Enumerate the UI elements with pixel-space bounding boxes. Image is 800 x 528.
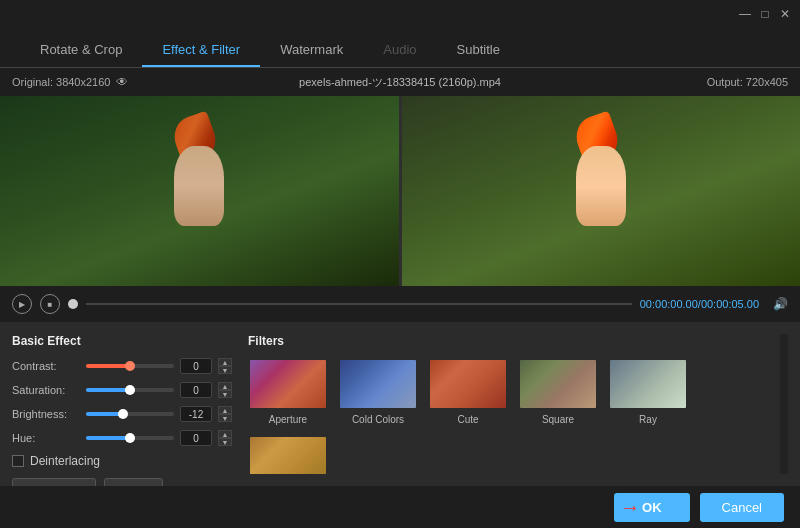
playback-bar: ▶ ■ 00:00:00.00/00:00:05.00 🔊: [0, 286, 800, 322]
hue-row: Hue: 0 ▲ ▼: [12, 430, 232, 446]
filter-ray-scene: [610, 360, 686, 408]
filter-square-thumb: [518, 358, 598, 410]
original-resolution: Original: 3840x2160: [12, 76, 110, 88]
filter-aperture[interactable]: Aperture: [248, 358, 328, 425]
filter-second-thumb: [248, 435, 328, 474]
filters-grid: Aperture Cold Colors Cute: [248, 358, 764, 474]
filter-aperture-scene: [250, 360, 326, 408]
tab-subtitle[interactable]: Subtitle: [437, 34, 520, 67]
deinterlacing-label: Deinterlacing: [30, 454, 100, 468]
filter-cute[interactable]: Cute: [428, 358, 508, 425]
brightness-thumb[interactable]: [118, 409, 128, 419]
hue-label: Hue:: [12, 432, 80, 444]
reset-button[interactable]: Reset: [104, 478, 163, 486]
brightness-value: -12: [180, 406, 212, 422]
brightness-row: Brightness: -12 ▲ ▼: [12, 406, 232, 422]
stop-button[interactable]: ■: [40, 294, 60, 314]
time-display: 00:00:00.00/00:00:05.00: [640, 298, 759, 310]
tab-watermark[interactable]: Watermark: [260, 34, 363, 67]
filter-cold-colors-label: Cold Colors: [352, 414, 404, 425]
deinterlacing-checkbox[interactable]: [12, 455, 24, 467]
brightness-increment[interactable]: ▲: [218, 406, 232, 414]
info-bar: Original: 3840x2160 👁 pexels-ahmed-ツ-183…: [0, 68, 800, 96]
hue-slider[interactable]: [86, 436, 174, 440]
filter-square-label: Square: [542, 414, 574, 425]
hand-graphic: [174, 146, 224, 226]
progress-track[interactable]: [86, 303, 632, 305]
preview-video-panel: [399, 96, 801, 286]
hue-decrement[interactable]: ▼: [218, 438, 232, 446]
basic-effect-title: Basic Effect: [12, 334, 232, 348]
video-area: [0, 96, 800, 286]
close-button[interactable]: ✕: [778, 7, 792, 21]
brightness-spinners: ▲ ▼: [218, 406, 232, 422]
filter-cute-scene: [430, 360, 506, 408]
tab-audio: Audio: [363, 34, 436, 67]
saturation-fill: [86, 388, 130, 392]
filter-ray-thumb: [608, 358, 688, 410]
saturation-decrement[interactable]: ▼: [218, 390, 232, 398]
contrast-slider[interactable]: [86, 364, 174, 368]
contrast-spinners: ▲ ▼: [218, 358, 232, 374]
preview-eye-icon[interactable]: 👁: [116, 75, 128, 89]
window-controls: — □ ✕: [738, 7, 792, 21]
hand-graphic-preview: [576, 146, 626, 226]
preview-video-content: [566, 116, 636, 226]
saturation-spinners: ▲ ▼: [218, 382, 232, 398]
maximize-button[interactable]: □: [758, 7, 772, 21]
arrow-indicator: →: [620, 496, 640, 519]
output-resolution: Output: 720x405: [707, 76, 788, 88]
contrast-increment[interactable]: ▲: [218, 358, 232, 366]
cancel-button[interactable]: Cancel: [700, 493, 784, 522]
brightness-decrement[interactable]: ▼: [218, 414, 232, 422]
brightness-slider[interactable]: [86, 412, 174, 416]
original-video-panel: [0, 96, 399, 286]
filter-cute-thumb: [428, 358, 508, 410]
brightness-label: Brightness:: [12, 408, 80, 420]
main-content: Basic Effect Contrast: 0 ▲ ▼ Saturation:: [0, 322, 800, 486]
volume-icon[interactable]: 🔊: [773, 297, 788, 311]
main-window: — □ ✕ Rotate & Crop Effect & Filter Wate…: [0, 0, 800, 528]
scrollbar[interactable]: [780, 334, 788, 474]
original-video-content: [164, 116, 234, 226]
hue-value: 0: [180, 430, 212, 446]
hue-thumb[interactable]: [125, 433, 135, 443]
progress-indicator: [68, 299, 78, 309]
play-button[interactable]: ▶: [12, 294, 32, 314]
filter-square-scene: [520, 360, 596, 408]
saturation-increment[interactable]: ▲: [218, 382, 232, 390]
saturation-slider[interactable]: [86, 388, 174, 392]
minimize-button[interactable]: —: [738, 7, 752, 21]
tab-rotate-crop[interactable]: Rotate & Crop: [20, 34, 142, 67]
filter-cold-colors[interactable]: Cold Colors: [338, 358, 418, 425]
deinterlacing-row: Deinterlacing: [12, 454, 232, 468]
apply-to-all-button[interactable]: Apply to All: [12, 478, 96, 486]
hue-increment[interactable]: ▲: [218, 430, 232, 438]
filename-label: pexels-ahmed-ツ-18338415 (2160p).mp4: [299, 75, 501, 90]
hue-fill: [86, 436, 130, 440]
saturation-label: Saturation:: [12, 384, 80, 396]
filter-ray[interactable]: Ray: [608, 358, 688, 425]
filter-second-row-1[interactable]: [248, 435, 328, 474]
hue-spinners: ▲ ▼: [218, 430, 232, 446]
filter-cold-colors-thumb: [338, 358, 418, 410]
bottom-bar: → OK Cancel: [0, 486, 800, 528]
filters-title: Filters: [248, 334, 764, 348]
contrast-decrement[interactable]: ▼: [218, 366, 232, 374]
filter-second-scene: [250, 437, 326, 474]
basic-effect-panel: Basic Effect Contrast: 0 ▲ ▼ Saturation:: [12, 334, 232, 474]
tab-effect-filter[interactable]: Effect & Filter: [142, 34, 260, 67]
filter-square[interactable]: Square: [518, 358, 598, 425]
contrast-value: 0: [180, 358, 212, 374]
tab-bar: Rotate & Crop Effect & Filter Watermark …: [0, 28, 800, 68]
contrast-thumb[interactable]: [125, 361, 135, 371]
effect-buttons: Apply to All Reset: [12, 478, 232, 486]
contrast-fill: [86, 364, 130, 368]
filters-panel: Filters Aperture Cold Colors: [248, 334, 764, 474]
saturation-row: Saturation: 0 ▲ ▼: [12, 382, 232, 398]
filter-cute-label: Cute: [457, 414, 478, 425]
saturation-thumb[interactable]: [125, 385, 135, 395]
filter-aperture-thumb: [248, 358, 328, 410]
title-bar: — □ ✕: [0, 0, 800, 28]
filter-cold-colors-scene: [340, 360, 416, 408]
